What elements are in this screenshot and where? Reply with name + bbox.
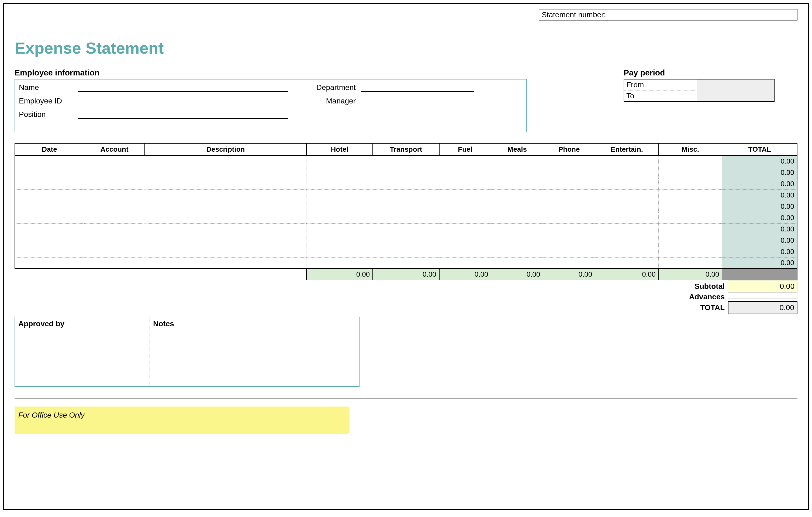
table-cell[interactable] [659, 167, 722, 178]
table-cell[interactable] [307, 246, 373, 257]
manager-field[interactable] [361, 97, 474, 105]
table-cell[interactable] [659, 201, 722, 212]
table-cell[interactable] [595, 257, 659, 269]
notes-label[interactable]: Notes [150, 317, 359, 386]
table-cell[interactable] [84, 257, 145, 269]
table-cell[interactable] [15, 212, 84, 223]
table-cell[interactable] [307, 155, 373, 167]
table-cell[interactable] [15, 201, 84, 212]
table-cell[interactable] [15, 167, 84, 178]
table-cell[interactable] [659, 235, 722, 246]
table-cell[interactable] [373, 257, 439, 269]
table-cell[interactable] [543, 246, 595, 257]
table-cell[interactable] [15, 246, 84, 257]
table-cell[interactable] [373, 178, 439, 189]
table-cell[interactable] [595, 167, 659, 178]
table-cell[interactable] [84, 246, 145, 257]
table-cell[interactable] [84, 178, 145, 189]
table-cell[interactable] [439, 212, 491, 223]
table-cell[interactable] [307, 257, 373, 269]
table-cell[interactable] [659, 189, 722, 201]
table-cell[interactable] [543, 178, 595, 189]
table-cell[interactable] [373, 201, 439, 212]
table-cell[interactable] [659, 257, 722, 269]
pay-from-field[interactable] [697, 80, 774, 91]
table-cell[interactable] [84, 223, 145, 235]
table-cell[interactable] [543, 223, 595, 235]
table-cell[interactable] [145, 235, 307, 246]
table-cell[interactable] [145, 155, 307, 167]
table-cell[interactable] [543, 257, 595, 269]
table-cell[interactable] [595, 223, 659, 235]
table-cell[interactable] [373, 189, 439, 201]
statement-number-box[interactable]: Statement number: [539, 9, 798, 21]
table-cell[interactable] [15, 178, 84, 189]
table-cell[interactable] [543, 167, 595, 178]
table-cell[interactable] [543, 189, 595, 201]
table-cell[interactable] [491, 223, 543, 235]
table-cell[interactable] [491, 167, 543, 178]
table-cell[interactable] [543, 155, 595, 167]
table-cell[interactable] [307, 201, 373, 212]
pay-to-field[interactable] [697, 91, 774, 101]
table-cell[interactable] [439, 257, 491, 269]
table-cell[interactable] [84, 189, 145, 201]
table-cell[interactable] [595, 178, 659, 189]
table-cell[interactable] [439, 189, 491, 201]
table-cell[interactable] [15, 235, 84, 246]
table-cell[interactable] [439, 178, 491, 189]
table-cell[interactable] [659, 212, 722, 223]
table-cell[interactable] [595, 212, 659, 223]
approved-by-label[interactable]: Approved by [15, 317, 150, 386]
table-cell[interactable] [439, 246, 491, 257]
employee-id-field[interactable] [78, 97, 288, 105]
table-cell[interactable] [595, 246, 659, 257]
table-cell[interactable] [491, 189, 543, 201]
table-cell[interactable] [307, 235, 373, 246]
table-cell[interactable] [307, 212, 373, 223]
table-cell[interactable] [307, 223, 373, 235]
table-cell[interactable] [491, 235, 543, 246]
table-cell[interactable] [145, 246, 307, 257]
table-cell[interactable] [595, 189, 659, 201]
table-cell[interactable] [439, 167, 491, 178]
table-cell[interactable] [491, 201, 543, 212]
table-cell[interactable] [145, 189, 307, 201]
table-cell[interactable] [491, 246, 543, 257]
table-cell[interactable] [145, 178, 307, 189]
table-cell[interactable] [84, 235, 145, 246]
position-field[interactable] [78, 110, 288, 119]
table-cell[interactable] [145, 257, 307, 269]
table-cell[interactable] [439, 235, 491, 246]
table-cell[interactable] [15, 189, 84, 201]
table-cell[interactable] [145, 201, 307, 212]
table-cell[interactable] [659, 178, 722, 189]
table-cell[interactable] [145, 167, 307, 178]
advances-value[interactable] [728, 295, 798, 299]
table-cell[interactable] [491, 178, 543, 189]
table-cell[interactable] [307, 178, 373, 189]
table-cell[interactable] [543, 235, 595, 246]
table-cell[interactable] [373, 155, 439, 167]
table-cell[interactable] [145, 212, 307, 223]
table-cell[interactable] [659, 223, 722, 235]
table-cell[interactable] [373, 167, 439, 178]
table-cell[interactable] [659, 246, 722, 257]
table-cell[interactable] [659, 155, 722, 167]
table-cell[interactable] [439, 201, 491, 212]
table-cell[interactable] [307, 167, 373, 178]
table-cell[interactable] [15, 223, 84, 235]
table-cell[interactable] [439, 223, 491, 235]
department-field[interactable] [361, 83, 474, 92]
table-cell[interactable] [373, 212, 439, 223]
table-cell[interactable] [373, 246, 439, 257]
table-cell[interactable] [439, 155, 491, 167]
table-cell[interactable] [15, 155, 84, 167]
table-cell[interactable] [595, 201, 659, 212]
table-cell[interactable] [15, 257, 84, 269]
table-cell[interactable] [145, 223, 307, 235]
table-cell[interactable] [491, 257, 543, 269]
table-cell[interactable] [84, 155, 145, 167]
table-cell[interactable] [543, 201, 595, 212]
table-cell[interactable] [307, 189, 373, 201]
